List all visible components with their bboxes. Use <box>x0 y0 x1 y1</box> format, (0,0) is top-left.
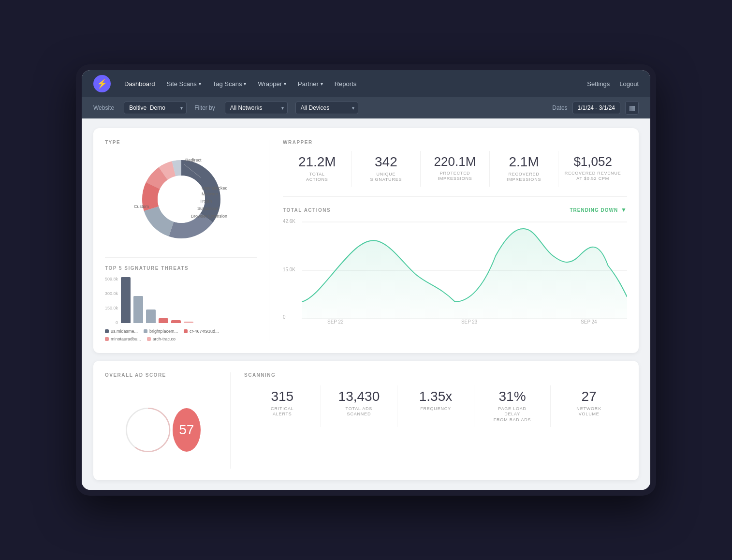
navbar: ⚡ Dashboard Site Scans ▾ Tag Scans ▾ Wra… <box>82 70 650 97</box>
device-frame: ⚡ Dashboard Site Scans ▾ Tag Scans ▾ Wra… <box>76 64 656 496</box>
bar-y-axis: 509.8k 300.0k 150.0k 0 <box>105 277 121 325</box>
scan-stat-total: 13,430 TOTAL ADSSCANNED <box>321 385 398 427</box>
svg-text:SEP 22: SEP 22 <box>327 319 344 324</box>
nav-tag-scans[interactable]: Tag Scans ▾ <box>213 80 247 88</box>
legend-3: cr-4674t93ud... <box>184 329 219 334</box>
scanning-title: SCANNING <box>244 372 627 378</box>
nav-links: Dashboard Site Scans ▾ Tag Scans ▾ Wrapp… <box>124 80 573 88</box>
chart-title: TOTAL ACTIONS <box>283 207 331 213</box>
dates-value: 1/1/24 - 3/1/24 <box>572 102 620 114</box>
stat-label-4: RECOVEREDIMPRESSIONS <box>496 172 553 183</box>
scan-val-1: 315 <box>250 389 315 404</box>
app-logo[interactable]: ⚡ <box>93 75 111 92</box>
website-label: Website <box>93 104 114 111</box>
stat-label-5: RECOVERED REVENUEAT $0.52 CPM <box>564 171 621 182</box>
svg-text:Browser Extension: Browser Extension <box>191 214 227 219</box>
bar-chart-area <box>121 277 193 325</box>
svg-text:Malware: Malware <box>202 192 218 196</box>
network-select[interactable]: All Networks <box>225 102 288 114</box>
website-select-wrapper[interactable]: Boltive_Demo <box>124 102 187 114</box>
stat-value-4: 2.1M <box>496 155 553 170</box>
bar-chart-wrapper: 509.8k 300.0k 150.0k 0 <box>105 277 257 325</box>
device-select-wrapper[interactable]: All Devices <box>295 102 358 114</box>
stat-value-2: 342 <box>358 155 415 170</box>
stat-value-3: 220.1M <box>426 155 483 169</box>
nav-logout[interactable]: Logout <box>619 80 639 88</box>
nav-wrapper[interactable]: Wrapper ▾ <box>258 80 286 88</box>
stat-label-3: PROTECTEDIMPRESSIONS <box>426 171 483 182</box>
scan-lbl-2: TOTAL ADSSCANNED <box>327 406 392 417</box>
legend-label-3: cr-4674t93ud... <box>190 329 219 334</box>
legend-5: arch-trac.co <box>147 337 176 341</box>
scan-stat-alerts: 315 CRITICALALERTS <box>244 385 321 427</box>
trend-arrow-icon: ▼ <box>621 206 627 213</box>
scan-val-5: 27 <box>556 389 621 404</box>
stat-unique-sig: 342 UNIQUESIGNATURES <box>352 151 421 187</box>
bottom-card: OVERALL AD SCORE 57 SCANNING 315 <box>93 361 639 480</box>
line-chart-svg: 42.6K 15.0K 0 <box>283 217 627 324</box>
svg-text:Trojan: Trojan <box>200 199 212 204</box>
nav-site-scans[interactable]: Site Scans ▾ <box>167 80 201 88</box>
website-select[interactable]: Boltive_Demo <box>124 102 187 114</box>
lightning-icon: ⚡ <box>97 78 107 89</box>
toolbar: Website Boltive_Demo Filter by All Netwo… <box>82 97 650 118</box>
score-ring-svg <box>123 391 173 469</box>
trending-badge: TRENDING DOWN ▼ <box>570 206 627 213</box>
legend-1: us.midasme... <box>105 329 138 334</box>
wrapper-title: WRAPPER <box>283 140 627 145</box>
stat-protected: 220.1M PROTECTEDIMPRESSIONS <box>421 151 490 187</box>
chart-header: TOTAL ACTIONS TRENDING DOWN ▼ <box>283 206 627 213</box>
scanning-panel: SCANNING 315 CRITICALALERTS 13,430 TOTAL… <box>231 372 627 469</box>
legend-4: minotauradbu... <box>105 337 141 341</box>
scan-stat-freq: 1.35x FREQUENCY <box>397 385 474 427</box>
filter-label: Filter by <box>194 104 215 111</box>
score-value: 57 <box>173 408 201 452</box>
bar-1 <box>121 277 131 323</box>
nav-settings[interactable]: Settings <box>587 80 610 88</box>
scan-lbl-3: FREQUENCY <box>403 406 468 412</box>
bar-3 <box>146 309 156 323</box>
scan-lbl-5: NETWORKVOLUME <box>556 406 621 417</box>
bar-2 <box>133 296 143 323</box>
stat-label-2: UNIQUESIGNATURES <box>358 172 415 183</box>
svg-text:User Blocked: User Blocked <box>202 186 228 191</box>
left-panel: TYPE <box>105 140 269 341</box>
stats-row: 21.2M TOTALACTIONS 342 UNIQUESIGNATURES … <box>283 151 627 197</box>
y-label-4: 0 <box>105 320 118 325</box>
main-content: TYPE <box>82 118 650 490</box>
nav-reports[interactable]: Reports <box>335 80 357 88</box>
scan-stat-network: 27 NETWORKVOLUME <box>551 385 627 427</box>
device-select[interactable]: All Devices <box>295 102 358 114</box>
top-card: TYPE <box>93 128 639 353</box>
dates-label: Dates <box>552 104 567 111</box>
svg-text:0: 0 <box>283 314 286 320</box>
legend-label-4: minotauradbu... <box>111 337 141 341</box>
stat-value-5: $1,052 <box>564 155 621 169</box>
calendar-icon[interactable]: ▦ <box>625 101 639 115</box>
legend-label-2: brightplacem... <box>149 329 178 334</box>
svg-text:15.0K: 15.0K <box>283 267 295 272</box>
scan-val-3: 1.35x <box>403 389 468 404</box>
svg-text:42.6K: 42.6K <box>283 219 295 224</box>
svg-text:Custom: Custom <box>134 204 149 209</box>
device-inner: ⚡ Dashboard Site Scans ▾ Tag Scans ▾ Wra… <box>82 70 650 490</box>
donut-chart: Redirect User Blocked Malware Trojan Sus… <box>133 151 230 248</box>
score-title: OVERALL AD SCORE <box>105 372 166 378</box>
svg-text:Redirect: Redirect <box>185 158 202 162</box>
right-panel: WRAPPER 21.2M TOTALACTIONS 342 UNIQUESIG… <box>269 140 627 341</box>
scan-val-2: 13,430 <box>327 389 392 404</box>
bar-4 <box>159 318 168 323</box>
network-select-wrapper[interactable]: All Networks <box>225 102 288 114</box>
donut-section: TYPE <box>105 140 257 248</box>
scan-val-4: 31% <box>480 389 545 404</box>
y-label-1: 509.8k <box>105 277 118 281</box>
scan-stat-pageload: 31% PAGE LOADDELAYFROM BAD ADS <box>474 385 551 427</box>
nav-partner[interactable]: Partner ▾ <box>298 80 323 88</box>
legend-2: brightplacem... <box>144 329 178 334</box>
bar-6 <box>184 322 193 323</box>
nav-dashboard[interactable]: Dashboard <box>124 80 155 88</box>
stat-label-1: TOTALACTIONS <box>289 172 346 183</box>
y-label-3: 150.0k <box>105 306 118 310</box>
svg-text:SEP 23: SEP 23 <box>461 319 478 324</box>
legend-label-1: us.midasme... <box>111 329 138 334</box>
